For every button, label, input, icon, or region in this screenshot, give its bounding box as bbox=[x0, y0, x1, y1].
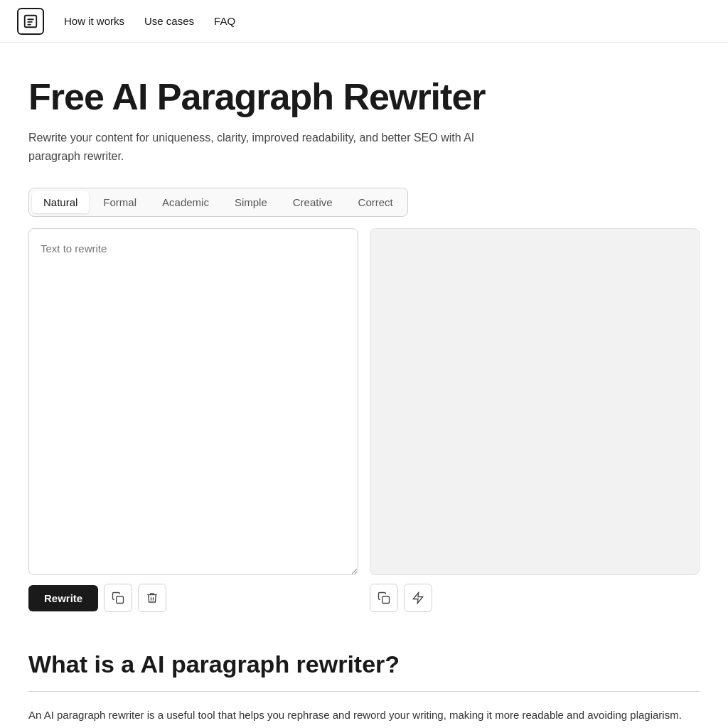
mode-tabs: Natural Formal Academic Simple Creative … bbox=[28, 188, 408, 217]
editor-row: Rewrite bbox=[28, 228, 700, 612]
rewrite-button[interactable]: Rewrite bbox=[28, 585, 98, 611]
faq-section: What is a AI paragraph rewriter? An AI p… bbox=[28, 646, 700, 728]
nav-links: How it works Use cases FAQ bbox=[64, 13, 235, 30]
tab-correct[interactable]: Correct bbox=[347, 191, 405, 213]
copy-button[interactable] bbox=[104, 584, 132, 612]
editor-right-panel bbox=[370, 228, 700, 612]
tab-simple[interactable]: Simple bbox=[223, 191, 279, 213]
trash-icon bbox=[146, 592, 159, 604]
tab-natural[interactable]: Natural bbox=[32, 191, 89, 213]
faq-title: What is a AI paragraph rewriter? bbox=[28, 646, 700, 682]
copy-icon bbox=[112, 592, 124, 604]
copy-output-icon bbox=[378, 592, 390, 604]
faq-divider bbox=[28, 691, 700, 692]
nav-use-cases[interactable]: Use cases bbox=[144, 15, 194, 27]
svg-rect-5 bbox=[382, 596, 390, 604]
logo[interactable] bbox=[17, 8, 44, 35]
logo-icon bbox=[23, 14, 38, 29]
text-input[interactable] bbox=[28, 228, 358, 575]
magic-rewrite-button[interactable] bbox=[404, 584, 432, 612]
delete-button[interactable] bbox=[138, 584, 166, 612]
svg-rect-4 bbox=[117, 596, 124, 604]
nav-how-it-works[interactable]: How it works bbox=[64, 15, 124, 27]
magic-icon bbox=[412, 592, 424, 604]
nav-faq[interactable]: FAQ bbox=[214, 15, 235, 27]
page-subtitle: Rewrite your content for uniqueness, cla… bbox=[28, 129, 526, 165]
left-button-row: Rewrite bbox=[28, 584, 358, 612]
faq-body: An AI paragraph rewriter is a useful too… bbox=[28, 706, 697, 728]
svg-marker-6 bbox=[413, 593, 423, 604]
copy-output-button[interactable] bbox=[370, 584, 398, 612]
tab-formal[interactable]: Formal bbox=[92, 191, 148, 213]
page-title: Free AI Paragraph Rewriter bbox=[28, 77, 700, 117]
output-panel bbox=[370, 228, 700, 575]
right-button-row bbox=[370, 584, 700, 612]
tab-creative[interactable]: Creative bbox=[282, 191, 344, 213]
editor-left-panel: Rewrite bbox=[28, 228, 358, 612]
tab-academic[interactable]: Academic bbox=[151, 191, 220, 213]
